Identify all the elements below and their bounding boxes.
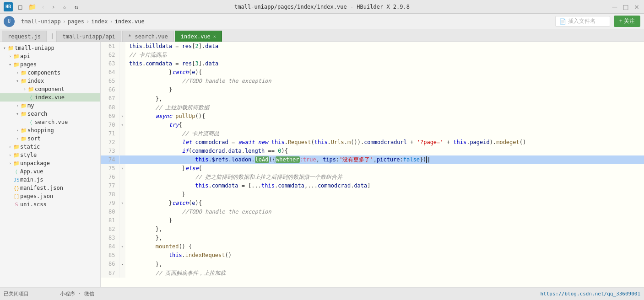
code-line[interactable]: // 把之前得到的数据和上拉之后得到的数据做一个数组合并 <box>125 173 644 182</box>
sidebar-item-unpackage[interactable]: › 📁 unpackage <box>0 159 100 167</box>
fold-indicator[interactable]: ▾ <box>119 242 125 251</box>
breadcrumb-index[interactable]: index <box>91 18 108 25</box>
code-line[interactable]: //TODO handle the exception <box>125 77 644 86</box>
code-line[interactable]: this.commdata = [...this.commdata,...com… <box>125 182 644 190</box>
tab-search[interactable]: * search.vue <box>122 31 174 42</box>
code-line[interactable]: }, <box>125 225 644 234</box>
code-line[interactable]: } <box>125 190 644 199</box>
code-editor[interactable]: 61 this.billdata = res[2].data 62 // 卡片流… <box>101 42 644 287</box>
code-line[interactable]: // 卡片流商品 <box>125 129 644 138</box>
tab-index[interactable]: index.vue ✕ <box>175 31 222 42</box>
sidebar-item-index-vue[interactable]: 〈 index.vue <box>0 93 100 102</box>
fold-indicator[interactable]: - <box>119 94 125 103</box>
fold-indicator[interactable]: ▾ <box>119 121 125 129</box>
code-line[interactable]: this.$refs.loadon.loAd({whether:true, ti… <box>125 155 644 164</box>
open-file-icon[interactable]: 📁 <box>27 2 37 11</box>
code-line[interactable]: }, <box>125 234 644 242</box>
new-file-icon[interactable]: □ <box>16 2 25 11</box>
fold-indicator[interactable] <box>119 103 125 112</box>
sidebar-item-shopping[interactable]: › 📁 shopping <box>0 126 100 134</box>
fold-indicator[interactable] <box>119 68 125 77</box>
code-line[interactable]: }, <box>125 260 644 269</box>
code-line[interactable]: // 卡片流商品 <box>125 51 644 59</box>
breadcrumb-project[interactable]: tmall-uniapp <box>21 18 61 25</box>
sidebar-item-app-vue[interactable]: 〈 App.vue <box>0 167 100 176</box>
code-line[interactable]: }, <box>125 94 644 103</box>
fold-indicator[interactable] <box>119 59 125 68</box>
sidebar-item-search-vue[interactable]: 〈 search.vue <box>0 118 100 126</box>
fold-indicator[interactable]: ▾ <box>119 112 125 121</box>
code-line[interactable]: } <box>125 216 644 225</box>
tab-request[interactable]: request.js <box>2 31 47 42</box>
code-line[interactable]: } <box>125 86 644 94</box>
fold-indicator[interactable] <box>119 216 125 225</box>
fold-indicator[interactable] <box>119 173 125 182</box>
fold-indicator[interactable]: ▾ <box>119 164 125 173</box>
fold-indicator[interactable] <box>119 86 125 94</box>
fold-indicator[interactable] <box>119 129 125 138</box>
sidebar-item-static[interactable]: › 📁 static <box>0 143 100 151</box>
back-button[interactable]: ‹ <box>39 2 47 11</box>
refresh-icon[interactable]: ↻ <box>72 2 81 11</box>
fold-indicator[interactable] <box>119 147 125 155</box>
sidebar-item-components[interactable]: › 📁 components <box>0 69 100 77</box>
breadcrumb-file[interactable]: index.vue <box>115 18 145 25</box>
fold-indicator[interactable] <box>119 234 125 242</box>
code-line[interactable]: async pullUp(){ <box>125 112 644 121</box>
tab-close-icon[interactable]: ✕ <box>213 34 216 39</box>
code-line[interactable]: }else{ <box>125 164 644 173</box>
forward-button[interactable]: › <box>49 2 57 11</box>
breadcrumb-pages[interactable]: pages <box>68 18 84 25</box>
sidebar-item-pages-json[interactable]: [] pages.json <box>0 192 100 200</box>
maximize-button[interactable]: □ <box>622 3 629 11</box>
code-line[interactable]: }catch(e){ <box>125 68 644 77</box>
sidebar-item-index-folder[interactable]: ▾ 📁 index <box>0 77 100 85</box>
sidebar-item-style[interactable]: › 📁 style <box>0 151 100 159</box>
code-line[interactable]: }catch(e){ <box>125 199 644 208</box>
sidebar-item-component[interactable]: › 📁 component <box>0 85 100 93</box>
sidebar-item-search-folder[interactable]: ▾ 📁 search <box>0 110 100 118</box>
fold-indicator[interactable] <box>119 42 125 51</box>
arrow-shopping: › <box>15 128 20 133</box>
fold-indicator[interactable] <box>119 77 125 86</box>
sidebar-item-root[interactable]: ▾ 📁 tmall-uniapp <box>0 44 100 52</box>
code-line[interactable]: //TODO handle the exception <box>125 208 644 216</box>
bookmark-icon[interactable]: ☆ <box>60 2 69 11</box>
sidebar-item-pages[interactable]: ▾ 📁 pages <box>0 60 100 69</box>
code-line[interactable]: mounted() { <box>125 242 644 251</box>
tab-api[interactable]: tmall-uniapp/api <box>56 31 121 42</box>
fold-indicator[interactable] <box>119 225 125 234</box>
code-line[interactable]: let commodcrad = await new this.Request(… <box>125 138 644 147</box>
code-line[interactable]: try{ <box>125 121 644 129</box>
sidebar-item-manifest[interactable]: {} manifest.json <box>0 184 100 192</box>
fold-indicator[interactable]: - <box>119 260 125 269</box>
code-line[interactable]: this.billdata = res[2].data <box>125 42 644 51</box>
avatar: U <box>4 16 15 27</box>
code-line[interactable]: // 上拉加载所得数据 <box>125 103 644 112</box>
sidebar-item-uni-scss[interactable]: S uni.scss <box>0 200 100 209</box>
sidebar-label-root: tmall-uniapp <box>15 45 54 51</box>
close-button[interactable]: × <box>633 3 640 11</box>
fold-indicator[interactable]: ▾ <box>119 199 125 208</box>
sidebar-label-manifest: manifest.json <box>20 185 63 191</box>
code-line[interactable]: this.commdata = res[3].data <box>125 59 644 68</box>
code-line[interactable]: if(commodcrad.data.length == 0){ <box>125 147 644 155</box>
follow-button[interactable]: + 关注 <box>614 16 640 27</box>
fold-indicator[interactable] <box>119 138 125 147</box>
fold-indicator[interactable] <box>119 51 125 59</box>
line-number: 65 <box>101 77 119 86</box>
sidebar-item-main-js[interactable]: JS main.js <box>0 176 100 184</box>
sidebar-item-api[interactable]: › 📁 api <box>0 52 100 60</box>
fold-indicator[interactable] <box>119 182 125 190</box>
minimize-button[interactable]: – <box>611 3 618 11</box>
sidebar-item-sort[interactable]: › 📁 sort <box>0 134 100 143</box>
fold-indicator[interactable] <box>119 155 125 164</box>
folder-icon-component: 📁 <box>27 86 35 92</box>
fold-indicator[interactable] <box>119 208 125 216</box>
code-line[interactable]: this.indexRequest() <box>125 251 644 260</box>
code-line[interactable]: // 页面触底事件，上拉加载 <box>125 269 644 278</box>
fold-indicator[interactable] <box>119 190 125 199</box>
fold-indicator[interactable] <box>119 251 125 260</box>
sidebar-item-my[interactable]: › 📁 my <box>0 102 100 110</box>
fold-indicator[interactable] <box>119 269 125 278</box>
